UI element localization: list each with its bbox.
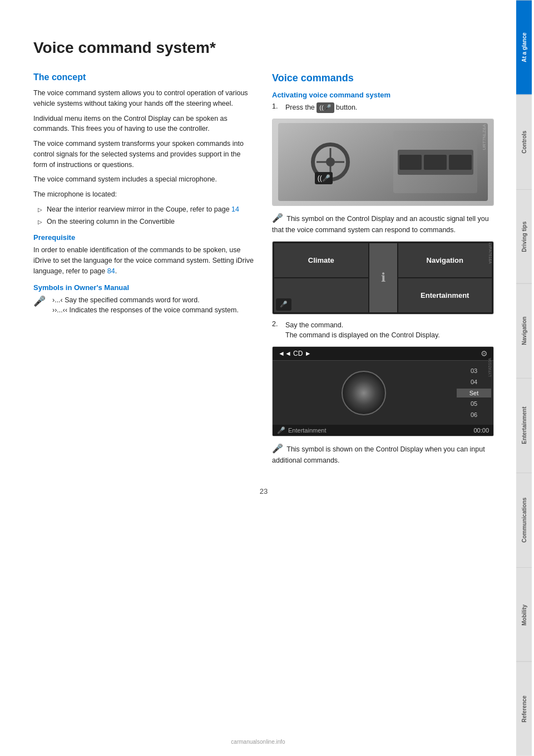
tab-driving-tips[interactable]: Driving tips	[516, 189, 532, 284]
step-1-number: 1.	[272, 102, 282, 110]
activating-heading: Activating voice command system	[272, 91, 494, 99]
voice-icon-overlay: 🎤	[276, 298, 291, 311]
img3-label: LYFA5S0A	[488, 358, 492, 377]
cd-disc	[342, 371, 386, 415]
step-1: 1. Press the ((🎤 button.	[272, 102, 494, 113]
concept-heading: The concept	[33, 72, 255, 82]
caption-1-text: 🎤 This symbol on the Control Display and…	[272, 212, 494, 235]
bullet-item-2: On the steering column in the Convertibl…	[38, 217, 255, 227]
step-2-text: Say the command. The command is displaye…	[285, 320, 440, 341]
cd-disc-area	[273, 361, 454, 425]
symbol-box: 🎤 ›...‹ Say the specified commands word …	[33, 295, 255, 316]
tab-mobility[interactable]: Mobility	[516, 567, 532, 662]
menu-climate: Climate	[274, 243, 368, 277]
tab-reference[interactable]: Reference	[516, 661, 532, 756]
cd-entertainment-label: Entertainment	[288, 427, 326, 434]
concept-para-1: The voice command system allows you to c…	[33, 88, 255, 109]
concept-para-5: The microphone is located:	[33, 189, 255, 200]
concept-para-2: Individual menu items on the Control Dis…	[33, 114, 255, 135]
cd-time: 00:00	[473, 427, 489, 434]
menu-center-icon: ℹ	[369, 243, 397, 312]
cd-label: ◄ CD ►	[285, 350, 312, 357]
cd-top-bar: ◄ ◄ CD ► ⚙	[273, 347, 493, 361]
menu-entertainment: Entertainment	[398, 278, 492, 312]
voice-symbol-icon: 🎤	[33, 295, 49, 307]
symbols-heading: Symbols in Owner's Manual	[33, 283, 255, 292]
tab-controls[interactable]: Controls	[516, 95, 532, 189]
page-link-14[interactable]: 14	[231, 205, 239, 213]
image-caption-2: 🎤 This symbol is shown on the Control Di…	[272, 442, 494, 466]
step-2-number: 2.	[272, 320, 282, 328]
concept-para-3: The voice command system transforms your…	[33, 139, 255, 170]
tab-communications[interactable]: Communications	[516, 473, 532, 567]
tab-navigation[interactable]: Navigation	[516, 283, 532, 378]
microphone-location-list: Near the interior rearview mirror in the…	[38, 204, 255, 227]
tab-at-a-glance[interactable]: At a glance	[516, 0, 532, 95]
track-04: 04	[457, 377, 491, 386]
watermark: carmanualsonline.info	[231, 739, 285, 745]
voice-button-icon: ((🎤	[317, 102, 334, 113]
symbol-description: ›...‹ Say the specified commands word fo…	[52, 295, 239, 316]
left-column: The concept The voice command system all…	[33, 72, 255, 470]
image-caption-1: 🎤 This symbol on the Control Display and…	[272, 212, 494, 235]
side-navigation: At a glance Controls Driving tips Naviga…	[516, 0, 534, 756]
cd-bottom-bar: 🎤 Entertainment 00:00	[273, 425, 493, 436]
concept-para-4: The voice command system includes a spec…	[33, 174, 255, 185]
caption-symbol-1: 🎤	[272, 213, 283, 223]
caption-2-text: 🎤 This symbol is shown on the Control Di…	[272, 442, 494, 466]
page-title: Voice command system*	[33, 39, 494, 57]
step-1-text: Press the ((🎤 button.	[285, 102, 357, 113]
cd-settings-icon: ⚙	[481, 349, 488, 358]
prerequisite-heading: Prerequisite	[33, 233, 255, 242]
bullet-item-1: Near the interior rearview mirror in the…	[38, 204, 255, 215]
voice-commands-heading: Voice commands	[272, 72, 494, 84]
prerequisite-text: In order to enable identification of the…	[33, 245, 255, 276]
menu-grid-image: Climate ℹ Navigation Entertainment 🎤 LVF…	[272, 241, 494, 315]
cd-prev: ◄	[278, 350, 285, 357]
caption-symbol-2: 🎤	[272, 444, 283, 453]
tab-entertainment[interactable]: Entertainment	[516, 378, 532, 473]
symbol-text-say: ›...‹ Say the specified commands word fo…	[52, 296, 200, 304]
page-number: 23	[33, 487, 494, 495]
step-2: 2. Say the command. The command is displ…	[272, 320, 494, 341]
symbol-text-indicates: ››...‹‹ Indicates the responses of the v…	[52, 306, 239, 314]
cd-display-image: ◄ ◄ CD ► ⚙ 03 04 Set	[272, 346, 494, 436]
menu-navigation: Navigation	[398, 243, 492, 277]
page-link-84[interactable]: 84	[107, 267, 115, 275]
track-05: 05	[457, 399, 491, 408]
set-label: Set	[457, 389, 491, 397]
img2-label: LVFA761&A	[488, 243, 492, 264]
car-interior-image: ((🎤 URT7NLZ&A	[273, 119, 493, 205]
cd-voice-icon: 🎤	[277, 426, 285, 434]
track-06: 06	[457, 410, 491, 419]
track-03: 03	[457, 366, 491, 375]
cd-main-area: 03 04 Set 05 06	[273, 361, 493, 425]
steering-wheel-image: ((🎤 URT7NLZ&A	[272, 119, 494, 206]
right-column: Voice commands Activating voice command …	[272, 72, 494, 470]
cd-screen: ◄ ◄ CD ► ⚙ 03 04 Set	[273, 347, 493, 436]
